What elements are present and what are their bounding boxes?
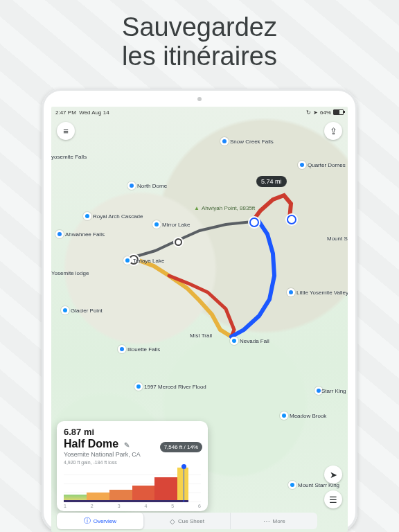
poi-quarter-domes[interactable] [298,161,306,169]
route-mid-node[interactable] [175,238,182,246]
poi-merced[interactable] [134,382,143,391]
poi-royal-arch-label: Royal Arch Cascade [93,213,143,220]
poi-royal-arch[interactable] [83,212,91,220]
poi-north-dome[interactable] [127,181,136,190]
chart-segment [64,495,87,502]
poi-mirror-lake[interactable] [152,220,161,229]
poi-mt-starr-label: Mount Starr [327,236,348,242]
poi-mirror-lake-label: Mirror Lake [162,222,190,228]
chart-segment [154,477,177,502]
device-frame: 2:47 PM Wed Aug 14 ↻ ➤ 64% ≡ ⇪ ➤ ☰ [42,89,357,532]
poi-starr-lake-label: Starr King Lake [321,388,348,394]
bottom-tabs: ⓘ Overview ◇ Cue Sheet ⋯ More [57,513,317,529]
chart-segment [132,486,155,502]
marketing-headline: Sauvegardez les itinéraires [0,12,399,71]
poi-quarter-domes-label: Quarter Domes [308,162,346,168]
poi-mist-label: Mist Trail [190,332,212,339]
route-distance: 6.87 mi [64,427,201,437]
cue-icon: ◇ [170,517,175,525]
info-icon: ⓘ [84,516,91,526]
route-card[interactable]: 6.87 mi Half Dome ✎ Yosemite National Pa… [57,421,208,511]
poi-nevada[interactable] [230,337,238,345]
app-screen: 2:47 PM Wed Aug 14 ↻ ➤ 64% ≡ ⇪ ➤ ☰ [51,107,348,532]
route-title-text: Half Dome [64,438,118,450]
poi-lodge-label: Yosemite lodge [51,270,89,276]
xtick: 5 [171,504,174,508]
poi-nevada-label: Nevada Fall [240,338,269,344]
xtick: 2 [91,504,94,508]
poi-illouette[interactable] [118,345,126,353]
xtick: 1 [64,504,66,508]
poi-glacier[interactable] [61,306,69,314]
tab-more-label: More [273,518,285,524]
tab-overview-label: Overview [94,518,116,524]
chart-cursor[interactable] [184,466,184,502]
poi-ahwahnee[interactable] [55,230,64,238]
poi-north-dome-label: North Dome [137,183,167,189]
peak-label: Ahwiyah Point, 8835ft [194,205,255,211]
more-icon: ⋯ [263,517,270,525]
xtick: 3 [118,504,121,508]
poi-meadow-label: Meadow Brook [290,413,326,419]
poi-glacier-label: Glacier Point [71,308,103,314]
chart-xaxis: 1 2 3 4 5 6 [64,504,201,508]
tab-more[interactable]: ⋯ More [231,513,317,529]
poi-illouette-label: Illouette Falls [127,346,160,353]
poi-ahwahnee-label: Ahwahnee Falls [65,231,105,238]
chart-segment [87,493,109,502]
elevation-badge: 7,546 ft / 14% [160,442,202,452]
route-waypoint-node[interactable] [249,218,259,227]
xtick: 4 [144,504,147,508]
elevation-chart[interactable] [64,466,201,502]
device-camera [197,97,202,101]
tab-cue-sheet[interactable]: ◇ Cue Sheet [144,513,231,529]
poi-starr[interactable] [288,481,296,489]
poi-tenaya[interactable] [123,256,132,265]
poi-little-yos-label: Little Yosemite Valley [296,290,348,296]
poi-little-yos[interactable] [287,288,295,296]
chart-segment [109,490,132,502]
poi-starr-label: Mount Starr King [298,482,339,488]
route-distance-tooltip: 5.74 mi [256,176,287,187]
gain-loss: 4,920 ft gain, -184 ft loss [64,460,201,465]
poi-yosemite-falls-label: yosemite Falls [51,154,87,160]
tab-cue-label: Cue Sheet [178,518,204,524]
route-end-node[interactable] [287,215,296,224]
xtick: 6 [198,504,201,508]
poi-meadow[interactable] [280,411,288,420]
poi-tenaya-label: Tenaya Lake [133,258,164,264]
tab-overview[interactable]: ⓘ Overview [57,513,144,529]
poi-merced-label: 1997 Merced River Flood [144,384,206,390]
edit-title-icon[interactable]: ✎ [124,441,130,449]
poi-snow-creek[interactable] [220,137,229,145]
poi-snow-creek-label: Snow Creek Falls [230,139,274,145]
